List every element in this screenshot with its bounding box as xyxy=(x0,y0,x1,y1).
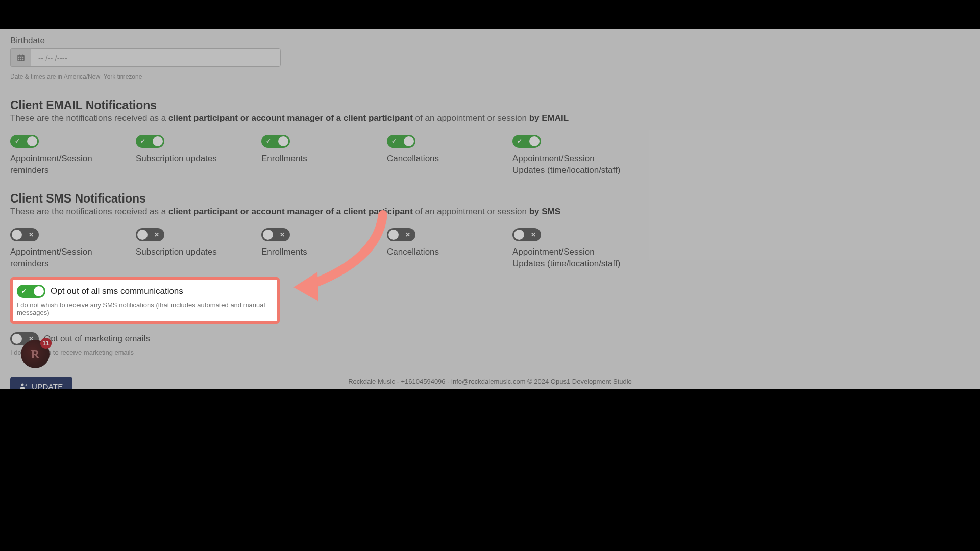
opt-out-sms-highlight: ✓ Opt out of all sms communications I do… xyxy=(10,277,280,324)
sms-section-heading: Client SMS Notifications xyxy=(10,192,970,206)
toggle-sms-enrollments-label: Enrollments xyxy=(261,246,370,258)
email-section-desc: These are the notifications received as … xyxy=(10,113,970,123)
toggle-email-updates-label: Appointment/Session Updates (time/locati… xyxy=(512,153,621,177)
birthdate-field[interactable]: -- /-- /---- xyxy=(10,48,970,67)
svg-rect-0 xyxy=(18,55,24,61)
toggle-email-reminders[interactable]: ✓ xyxy=(10,135,39,148)
toggle-sms-updates-label: Appointment/Session Updates (time/locati… xyxy=(512,246,621,270)
opt-out-sms-desc: I do not whish to receive any SMS notifi… xyxy=(17,301,271,316)
calendar-icon xyxy=(10,48,31,67)
email-toggle-grid: ✓ Appointment/Session reminders ✓ Subscr… xyxy=(10,135,970,177)
sms-section-desc: These are the notifications received as … xyxy=(10,207,970,217)
notification-badge: 11 xyxy=(40,338,52,349)
timezone-helper: Date & times are in America/New_York tim… xyxy=(10,73,970,80)
opt-out-marketing-desc: I do not whish to receive marketing emai… xyxy=(10,348,970,356)
toggle-sms-cancellations[interactable]: ✕ xyxy=(387,228,415,241)
toggle-email-cancellations[interactable]: ✓ xyxy=(387,135,415,148)
sms-toggle-grid: ✕ Appointment/Session reminders ✕ Subscr… xyxy=(10,228,970,270)
toggle-sms-cancellations-label: Cancellations xyxy=(387,246,495,258)
opt-out-marketing-label: Opt out of marketing emails xyxy=(44,334,150,344)
toggle-sms-reminders-label: Appointment/Session reminders xyxy=(10,246,118,270)
toggle-sms-subscription-label: Subscription updates xyxy=(136,246,244,258)
toggle-opt-out-sms[interactable]: ✓ xyxy=(17,285,45,298)
footer-text: Rockdale Music - +16104594096 - info@roc… xyxy=(0,378,980,385)
toggle-email-enrollments[interactable]: ✓ xyxy=(261,135,290,148)
birthdate-label: Birthdate xyxy=(10,36,970,46)
avatar[interactable]: R 11 xyxy=(21,340,50,368)
email-section-heading: Client EMAIL Notifications xyxy=(10,98,970,112)
toggle-email-cancellations-label: Cancellations xyxy=(387,153,495,165)
toggle-sms-reminders[interactable]: ✕ xyxy=(10,228,39,241)
toggle-email-reminders-label: Appointment/Session reminders xyxy=(10,153,118,177)
toggle-sms-subscription[interactable]: ✕ xyxy=(136,228,164,241)
opt-out-sms-label: Opt out of all sms communications xyxy=(51,286,183,296)
toggle-email-subscription-label: Subscription updates xyxy=(136,153,244,165)
toggle-email-updates[interactable]: ✓ xyxy=(512,135,541,148)
birthdate-input[interactable]: -- /-- /---- xyxy=(31,48,281,67)
toggle-sms-updates[interactable]: ✕ xyxy=(512,228,541,241)
toggle-email-enrollments-label: Enrollments xyxy=(261,153,370,165)
toggle-sms-enrollments[interactable]: ✕ xyxy=(261,228,290,241)
toggle-email-subscription[interactable]: ✓ xyxy=(136,135,164,148)
